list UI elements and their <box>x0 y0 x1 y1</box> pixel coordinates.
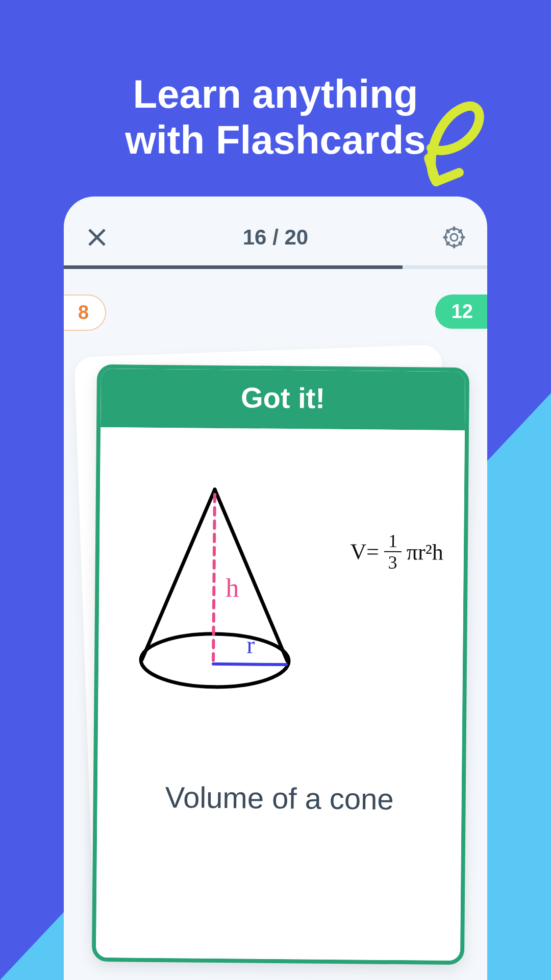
progress-bar <box>64 265 487 269</box>
flashcard-status-header: Got it! <box>101 369 465 430</box>
score-badges: 8 12 <box>64 269 487 340</box>
fraction-denominator: 3 <box>388 552 397 572</box>
formula-lhs: V= <box>350 538 379 565</box>
flashcard-body: h r V= 1 3 πr²h Volume of a cone <box>96 427 465 961</box>
svg-line-5 <box>213 495 215 660</box>
incorrect-count-badge: 8 <box>64 295 106 331</box>
flashcard-front[interactable]: Got it! h r <box>92 364 469 965</box>
fraction-numerator: 1 <box>384 532 402 552</box>
flashcard-caption: Volume of a cone <box>112 779 446 817</box>
phone-frame: 16 / 20 8 12 Got it! <box>64 197 487 980</box>
close-icon <box>86 227 108 248</box>
height-label: h <box>226 573 239 602</box>
correct-count-badge: 12 <box>435 295 487 329</box>
formula-rhs: πr²h <box>407 539 444 566</box>
phone-header: 16 / 20 <box>64 197 487 265</box>
svg-line-6 <box>213 664 286 665</box>
svg-point-2 <box>450 234 458 241</box>
radius-label: r <box>246 631 255 658</box>
gear-icon <box>442 226 466 249</box>
volume-formula: V= 1 3 πr²h <box>350 531 443 572</box>
settings-button[interactable] <box>441 225 467 250</box>
arrow-icon <box>408 87 490 191</box>
flashcard-stack: Got it! h r <box>64 351 487 963</box>
cone-diagram: h r V= 1 3 πr²h <box>113 483 449 731</box>
formula-fraction: 1 3 <box>384 532 402 572</box>
close-button[interactable] <box>84 225 110 250</box>
progress-counter: 16 / 20 <box>243 225 308 250</box>
progress-bar-fill <box>64 265 403 269</box>
